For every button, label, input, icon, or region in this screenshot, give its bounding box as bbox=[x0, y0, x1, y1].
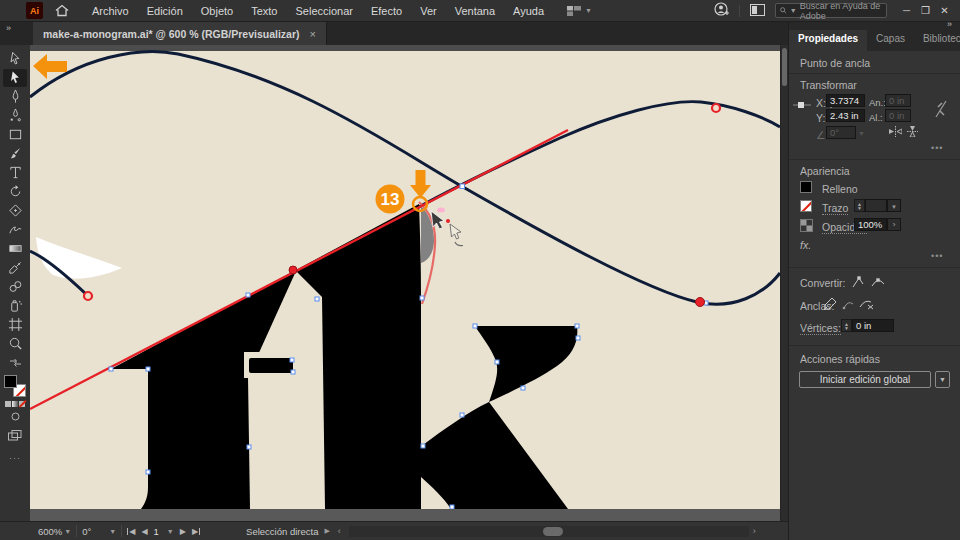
fx-button[interactable]: fx. bbox=[800, 239, 811, 251]
swap-fill-stroke-icon[interactable] bbox=[3, 354, 27, 372]
anchor-point[interactable] bbox=[315, 297, 319, 301]
convert-to-corner-icon[interactable] bbox=[851, 275, 865, 291]
corner-radius-label[interactable]: Vértices: bbox=[800, 322, 841, 335]
last-artboard-button[interactable]: ▶ bbox=[192, 527, 201, 536]
tab-propiedades[interactable]: Propiedades bbox=[789, 30, 867, 51]
menu-edicion[interactable]: Edición bbox=[138, 5, 192, 17]
anchor-point[interactable] bbox=[521, 386, 525, 390]
color-mode-buttons[interactable] bbox=[5, 401, 25, 407]
opacity-expand-button[interactable]: › bbox=[887, 218, 901, 231]
anchor-point[interactable] bbox=[146, 470, 150, 474]
global-edit-button[interactable]: Iniciar edición global bbox=[799, 371, 931, 388]
tool-eyedropper[interactable] bbox=[3, 259, 27, 277]
tool-selection[interactable] bbox=[3, 50, 27, 68]
transform-more-options[interactable]: ••• bbox=[931, 143, 943, 153]
anchor-point[interactable] bbox=[450, 505, 454, 509]
tool-direct-selection[interactable] bbox=[3, 69, 27, 87]
scroll-left-arrow[interactable]: ‹ bbox=[338, 526, 341, 536]
opacity-field[interactable]: 100% bbox=[854, 218, 887, 231]
tool-curvature[interactable] bbox=[3, 107, 27, 125]
zoom-level-dropdown[interactable]: 600% ▼ bbox=[33, 522, 76, 540]
link-dimensions-icon[interactable] bbox=[933, 99, 949, 121]
horizontal-scrollbar-thumb[interactable] bbox=[543, 527, 563, 536]
red-endpoint-ring[interactable] bbox=[84, 292, 92, 300]
menu-ayuda[interactable]: Ayuda bbox=[504, 5, 553, 17]
t-crossbar[interactable] bbox=[249, 358, 293, 373]
red-anchor-dot[interactable] bbox=[289, 266, 297, 274]
x-field[interactable]: 3.7374 in bbox=[826, 94, 865, 107]
tab-close-icon[interactable]: × bbox=[310, 28, 316, 40]
tool-pen[interactable] bbox=[3, 88, 27, 106]
tool-shape-builder[interactable] bbox=[3, 202, 27, 220]
illustrator-logo-icon[interactable]: Ai bbox=[26, 2, 43, 19]
menu-texto[interactable]: Texto bbox=[242, 5, 286, 17]
stroke-label[interactable]: Trazo bbox=[822, 202, 848, 215]
anchor-point[interactable] bbox=[109, 367, 113, 371]
tool-symbol-sprayer[interactable] bbox=[3, 297, 27, 315]
anchor-point[interactable] bbox=[146, 367, 150, 371]
account-icon[interactable] bbox=[714, 2, 729, 19]
flip-vertical-icon[interactable] bbox=[907, 126, 918, 139]
cut-path-icon[interactable] bbox=[859, 297, 875, 313]
appearance-more-options[interactable]: ••• bbox=[931, 251, 943, 261]
screen-mode-icon[interactable] bbox=[3, 427, 27, 445]
tool-shaper[interactable] bbox=[3, 221, 27, 239]
fill-stroke-swatches[interactable] bbox=[4, 375, 26, 397]
maximize-button[interactable]: ❐ bbox=[916, 5, 935, 16]
color-button[interactable] bbox=[5, 401, 11, 407]
tool-paintbrush[interactable] bbox=[3, 145, 27, 163]
anchor-point[interactable] bbox=[246, 293, 250, 297]
close-button[interactable]: ✕ bbox=[935, 5, 954, 16]
artwork-svg[interactable]: 13 bbox=[30, 45, 780, 521]
stroke-weight-field[interactable] bbox=[865, 199, 887, 212]
anchor-point[interactable] bbox=[420, 296, 424, 300]
menu-objeto[interactable]: Objeto bbox=[192, 5, 242, 17]
fill-swatch[interactable] bbox=[800, 181, 812, 193]
tool-rectangle[interactable] bbox=[3, 126, 27, 144]
global-edit-dropdown[interactable]: ▼ bbox=[935, 371, 950, 388]
tool-zoom[interactable] bbox=[3, 335, 27, 353]
stroke-weight-stepper[interactable]: ▲▼ bbox=[854, 199, 865, 212]
reference-point-locator[interactable] bbox=[793, 97, 811, 115]
anchor-point[interactable] bbox=[473, 324, 477, 328]
vertical-scrollbar[interactable] bbox=[780, 45, 788, 521]
opacity-swatch-icon[interactable] bbox=[800, 219, 813, 234]
document-tab[interactable]: make-a-monogram.ai* @ 600 % (RGB/Previsu… bbox=[33, 22, 327, 45]
arrange-documents-icon[interactable] bbox=[750, 4, 765, 18]
anchor-point[interactable] bbox=[247, 445, 251, 449]
anchor-point[interactable] bbox=[290, 358, 294, 362]
gradient-button[interactable] bbox=[12, 401, 18, 407]
vertical-scrollbar-thumb[interactable] bbox=[782, 48, 787, 86]
drawing-mode-icon[interactable] bbox=[3, 408, 27, 426]
fill-swatch-black[interactable] bbox=[4, 375, 17, 388]
connect-anchors-icon[interactable] bbox=[842, 297, 855, 313]
status-expand-icon[interactable]: ▶ bbox=[324, 527, 329, 535]
menu-archivo[interactable]: Archivo bbox=[83, 5, 138, 17]
next-artboard-button[interactable]: ▶ bbox=[180, 527, 186, 536]
stroke-swatch-none[interactable] bbox=[800, 200, 812, 212]
menu-efecto[interactable]: Efecto bbox=[362, 5, 411, 17]
anchor-point[interactable] bbox=[575, 324, 579, 328]
previous-artboard-button[interactable]: ◀ bbox=[141, 527, 147, 536]
corner-radius-field[interactable]: 0 in bbox=[852, 319, 894, 332]
tool-rotate[interactable] bbox=[3, 183, 27, 201]
canvas[interactable]: 13 bbox=[30, 45, 780, 521]
toolbar-expand-icon[interactable]: » bbox=[6, 23, 11, 33]
flip-horizontal-icon[interactable] bbox=[889, 126, 902, 139]
tab-bibliotecas[interactable]: Bibliotecas bbox=[914, 30, 960, 51]
none-button[interactable] bbox=[19, 401, 25, 407]
anchor-point[interactable] bbox=[576, 336, 580, 340]
convert-to-smooth-icon[interactable] bbox=[871, 275, 885, 291]
red-anchor-dot[interactable] bbox=[696, 298, 705, 307]
anchor-point[interactable] bbox=[291, 370, 295, 374]
tool-gradient[interactable] bbox=[3, 240, 27, 258]
horizontal-scrollbar[interactable] bbox=[349, 526, 749, 537]
panel-expand-icon[interactable]: » bbox=[947, 19, 952, 29]
anchor-point[interactable] bbox=[460, 184, 465, 189]
tool-artboard[interactable] bbox=[3, 316, 27, 334]
stroke-weight-dropdown[interactable]: ▼ bbox=[887, 199, 901, 212]
y-field[interactable]: 2.43 in bbox=[826, 109, 865, 122]
workspace-switcher[interactable]: ▼ bbox=[567, 5, 592, 17]
scroll-right-arrow[interactable]: › bbox=[753, 526, 756, 536]
minimize-button[interactable]: ─ bbox=[897, 5, 916, 16]
